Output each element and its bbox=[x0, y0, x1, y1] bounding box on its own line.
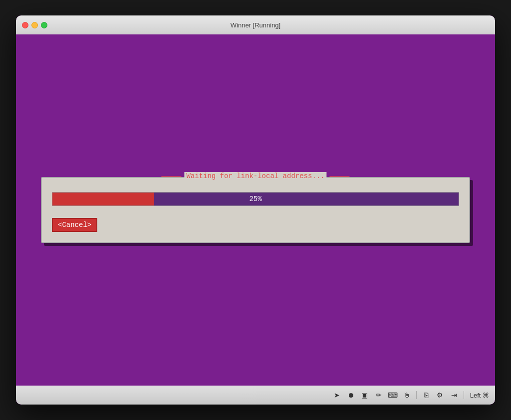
maximize-button[interactable] bbox=[41, 22, 47, 28]
settings-icon[interactable]: ⚙ bbox=[435, 390, 446, 401]
window-title: Winner [Running] bbox=[231, 21, 280, 29]
traffic-lights bbox=[22, 22, 47, 28]
usb-icon[interactable]: ⎘ bbox=[421, 390, 432, 401]
close-button[interactable] bbox=[22, 22, 28, 28]
taskbar-separator bbox=[416, 391, 417, 399]
dialog-title: Waiting for link-local address... bbox=[184, 172, 326, 180]
keyboard-layout-label: Left ⌘ bbox=[470, 392, 489, 399]
taskbar: ➤ ⏺ ▣ ✏ ⌨ 🖱 ⎘ ⚙ ⇥ Left ⌘ bbox=[16, 386, 495, 405]
progress-label: 25% bbox=[52, 195, 459, 203]
title-line-left bbox=[161, 176, 181, 177]
window-content: Waiting for link-local address... 25% <C… bbox=[16, 34, 495, 386]
pencil-icon[interactable]: ✏ bbox=[373, 390, 384, 401]
mac-window: Winner [Running] Waiting for link-local … bbox=[16, 15, 495, 405]
keyboard-icon[interactable]: ⌨ bbox=[387, 390, 398, 401]
dialog-title-bar: Waiting for link-local address... bbox=[161, 172, 349, 180]
arrow2-icon[interactable]: ⇥ bbox=[449, 390, 460, 401]
title-bar: Winner [Running] bbox=[16, 15, 495, 34]
title-line-right bbox=[330, 176, 350, 177]
cancel-button[interactable]: <Cancel> bbox=[52, 218, 97, 232]
dialog-box: Waiting for link-local address... 25% <C… bbox=[41, 177, 470, 243]
record-icon[interactable]: ⏺ bbox=[345, 390, 356, 401]
minimize-button[interactable] bbox=[31, 22, 38, 28]
monitor-icon[interactable]: 🖱 bbox=[401, 390, 412, 401]
taskbar-separator-2 bbox=[464, 391, 464, 399]
arrow-icon[interactable]: ➤ bbox=[331, 390, 342, 401]
dialog-body: 25% <Cancel> bbox=[42, 178, 469, 242]
progress-bar-container: 25% bbox=[52, 192, 459, 206]
display-icon[interactable]: ▣ bbox=[359, 390, 370, 401]
